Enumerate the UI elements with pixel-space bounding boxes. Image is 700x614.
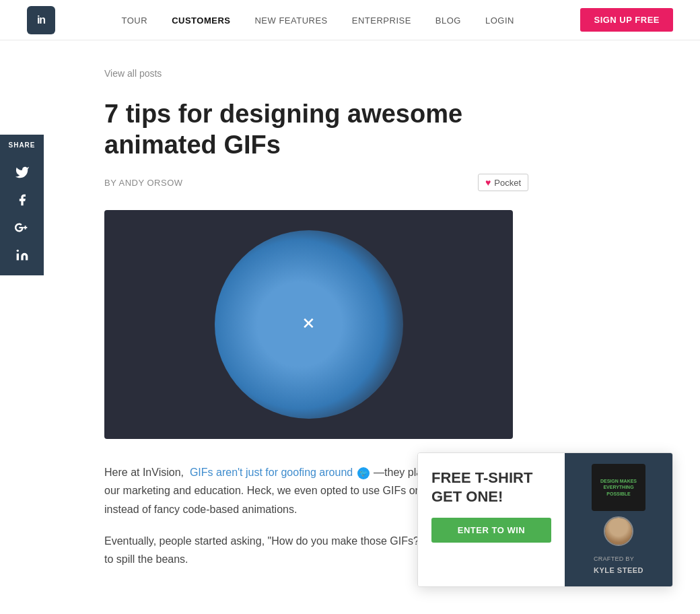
pocket-label: Pocket [494, 178, 521, 188]
nav-link-login[interactable]: LOGIN [485, 15, 514, 26]
pocket-heart-icon: ♥ [485, 177, 491, 188]
hero-circle: + [215, 230, 403, 419]
popup-content: FREE T-SHIRT GET ONE! ENTER TO WIN Desig… [418, 453, 672, 586]
popup-cta-button[interactable]: ENTER TO WIN [431, 518, 551, 543]
nav-item-login[interactable]: LOGIN [485, 14, 514, 26]
googleplus-share-button[interactable] [15, 220, 30, 235]
logo[interactable]: in [27, 6, 55, 34]
facebook-share-button[interactable] [15, 193, 29, 207]
linkedin-icon [15, 248, 29, 262]
twitter-icon [15, 165, 30, 180]
nav-item-enterprise[interactable]: ENTERPRISE [352, 14, 411, 26]
article-meta: BY ANDY ORSOW ♥ Pocket [104, 174, 528, 191]
avatar [604, 516, 633, 546]
crafted-by-label: CRAFTED BY KYLE STEED [594, 551, 643, 576]
share-label: SHARE [8, 141, 35, 149]
hero-cross-icon: + [295, 310, 322, 337]
nav-link-new-features[interactable]: NEW FEATURES [254, 15, 327, 26]
popup-overlay: × FREE T-SHIRT GET ONE! ENTER TO WIN Des… [417, 452, 673, 587]
popup-subtitle: GET ONE! [431, 488, 551, 506]
nav-item-customers[interactable]: CUSTOMERS [172, 14, 230, 26]
view-all-posts-link[interactable]: View all posts [104, 68, 162, 79]
tshirt-shape: Design Makes Everything Possible [592, 464, 645, 511]
pocket-button[interactable]: ♥ Pocket [478, 174, 528, 191]
popup-title: FREE T-SHIRT [431, 469, 551, 487]
linkedin-share-button[interactable] [15, 248, 29, 262]
twitter-share-button[interactable] [15, 165, 30, 180]
nav-link-blog[interactable]: BLOG [435, 15, 461, 26]
crafted-by-text: CRAFTED BY [594, 555, 634, 562]
facebook-icon [15, 193, 29, 207]
nav-item-tour[interactable]: TOUR [122, 14, 148, 26]
share-sidebar: SHARE [0, 135, 44, 275]
tshirt-area: Design Makes Everything Possible CRAFTED… [592, 464, 645, 576]
author-prefix: BY [104, 178, 116, 188]
navbar: in TOUR CUSTOMERS NEW FEATURES ENTERPRIS… [0, 0, 700, 40]
nav-item-blog[interactable]: BLOG [435, 14, 461, 26]
kyle-name-text: KYLE STEED [594, 566, 643, 574]
article-title: 7 tips for designing awesome animated GI… [104, 99, 528, 160]
nav-links: TOUR CUSTOMERS NEW FEATURES ENTERPRISE B… [122, 14, 514, 26]
nav-link-customers[interactable]: CUSTOMERS [172, 15, 230, 26]
author-name: ANDY ORSOW [119, 178, 183, 188]
hero-image: + [104, 210, 513, 439]
gifs-link[interactable]: GIFs aren't just for goofing around [190, 467, 353, 478]
googleplus-icon [15, 220, 30, 235]
popup-image: Design Makes Everything Possible CRAFTED… [565, 453, 672, 586]
avatar-face [605, 518, 632, 545]
twitter-inline-icon: 🐦 [357, 467, 370, 479]
article-author: BY ANDY ORSOW [104, 178, 183, 188]
nav-item-new-features[interactable]: NEW FEATURES [254, 14, 327, 26]
popup-left: FREE T-SHIRT GET ONE! ENTER TO WIN [418, 453, 565, 586]
nav-link-tour[interactable]: TOUR [122, 15, 148, 26]
signup-button[interactable]: SIGN UP FREE [580, 8, 673, 32]
svg-point-0 [16, 250, 18, 252]
tshirt-text: Design Makes Everything Possible [592, 478, 645, 496]
nav-link-enterprise[interactable]: ENTERPRISE [352, 15, 411, 26]
